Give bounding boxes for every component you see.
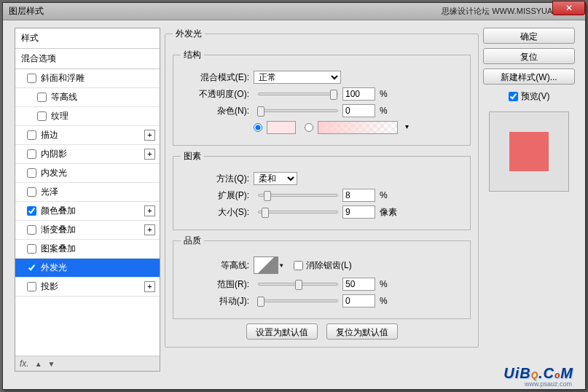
item-innershadow[interactable]: 内阴影+ xyxy=(15,145,160,164)
item-satin[interactable]: 光泽 xyxy=(15,183,160,202)
blendmode-select[interactable]: 正常 xyxy=(254,71,341,84)
innerglow-checkbox[interactable] xyxy=(27,168,36,178)
texture-checkbox[interactable] xyxy=(37,111,47,121)
spread-unit: % xyxy=(380,190,388,200)
chevron-down-icon[interactable]: ▾ xyxy=(280,262,283,269)
style-list: 样式 混合选项 斜面和浮雕 等高线 纹理 描边+ 内阴影+ 内发光 光泽 颜色叠… xyxy=(15,28,160,372)
move-down-icon[interactable]: ▼ xyxy=(48,360,55,368)
opacity-slider[interactable] xyxy=(258,93,338,95)
list-footer: fx. ▲ ▼ xyxy=(15,356,160,371)
gradientoverlay-checkbox[interactable] xyxy=(27,225,36,235)
reset-default-button[interactable]: 复位为默认值 xyxy=(326,324,398,340)
opacity-input[interactable] xyxy=(342,87,375,101)
slider-thumb[interactable] xyxy=(257,297,264,307)
color-radio[interactable] xyxy=(254,123,262,132)
outerglow-checkbox[interactable] xyxy=(27,263,36,273)
item-bevel[interactable]: 斜面和浮雕 xyxy=(15,69,160,88)
plus-icon[interactable]: + xyxy=(144,281,155,292)
size-input[interactable] xyxy=(342,205,375,219)
fx-menu[interactable]: fx. xyxy=(20,358,29,369)
antialias-label: 消除锯齿(L) xyxy=(306,259,352,272)
middle-panel: 外发光 结构 混合模式(E): 正常 不透明度(O): % 杂色(N): xyxy=(160,20,483,389)
slider-thumb[interactable] xyxy=(257,106,264,117)
gradient-swatch[interactable] xyxy=(318,121,398,134)
slider-thumb[interactable] xyxy=(264,191,271,201)
quality-group: 品质 等高线: ▾ 消除锯齿(L) 范围(R): % 抖动(J): xyxy=(173,235,471,319)
noise-unit: % xyxy=(380,106,388,116)
new-style-button[interactable]: 新建样式(W)... xyxy=(483,68,575,85)
spread-input[interactable] xyxy=(342,189,375,202)
make-default-button[interactable]: 设置为默认值 xyxy=(246,324,318,340)
coloroverlay-checkbox[interactable] xyxy=(27,206,36,216)
blendmode-label: 混合模式(E): xyxy=(181,71,254,84)
quality-legend: 品质 xyxy=(181,235,204,247)
left-panel: 样式 混合选项 斜面和浮雕 等高线 纹理 描边+ 内阴影+ 内发光 光泽 颜色叠… xyxy=(3,20,160,389)
slider-thumb[interactable] xyxy=(295,280,302,290)
cancel-button[interactable]: 复位 xyxy=(483,48,575,64)
patternoverlay-checkbox[interactable] xyxy=(27,244,36,254)
range-unit: % xyxy=(380,279,388,289)
content: 样式 混合选项 斜面和浮雕 等高线 纹理 描边+ 内阴影+ 内发光 光泽 颜色叠… xyxy=(3,20,585,389)
slider-thumb[interactable] xyxy=(262,208,269,218)
dropshadow-checkbox[interactable] xyxy=(27,282,36,291)
noise-slider[interactable] xyxy=(258,109,338,112)
plus-icon[interactable]: + xyxy=(144,205,155,216)
item-gradientoverlay[interactable]: 渐变叠加+ xyxy=(15,221,160,240)
size-unit: 像素 xyxy=(380,206,397,219)
titlebar[interactable]: 图层样式 思缘设计论坛 WWW.MISSYUAN.COM ✕ xyxy=(3,3,585,20)
preview-label: 预览(V) xyxy=(521,90,550,103)
preview-swatch xyxy=(509,132,549,171)
window-title: 图层样式 xyxy=(9,5,442,17)
blending-options[interactable]: 混合选项 xyxy=(15,49,160,69)
outerglow-legend: 外发光 xyxy=(173,28,205,40)
item-innerglow[interactable]: 内发光 xyxy=(15,164,160,183)
structure-legend: 结构 xyxy=(181,49,204,61)
color-swatch[interactable] xyxy=(267,121,296,134)
range-input[interactable] xyxy=(342,278,375,291)
watermark-sub: www.psauz.com xyxy=(525,380,572,388)
item-contour[interactable]: 等高线 xyxy=(15,88,160,107)
preview-checkbox[interactable] xyxy=(509,92,518,101)
contour-picker[interactable] xyxy=(254,256,278,274)
jitter-input[interactable] xyxy=(342,294,375,307)
contour-checkbox[interactable] xyxy=(37,93,47,102)
opacity-label: 不透明度(O): xyxy=(181,88,254,101)
plus-icon[interactable]: + xyxy=(144,130,155,141)
watermark: UiBQ.CoM xyxy=(503,365,573,382)
outerglow-group: 外发光 结构 混合模式(E): 正常 不透明度(O): % 杂色(N): xyxy=(165,28,479,348)
item-patternoverlay[interactable]: 图案叠加 xyxy=(15,240,160,259)
bevel-checkbox[interactable] xyxy=(27,74,36,83)
size-label: 大小(S): xyxy=(181,206,254,219)
size-slider[interactable] xyxy=(258,211,338,213)
ok-button[interactable]: 确定 xyxy=(483,28,575,44)
range-slider[interactable] xyxy=(258,283,338,286)
move-up-icon[interactable]: ▲ xyxy=(35,360,42,368)
spread-label: 扩展(P): xyxy=(181,189,254,202)
spread-slider[interactable] xyxy=(258,194,338,197)
elements-legend: 图素 xyxy=(181,150,204,162)
satin-checkbox[interactable] xyxy=(27,187,36,197)
technique-label: 方法(Q): xyxy=(181,173,254,185)
close-button[interactable]: ✕ xyxy=(552,1,585,15)
jitter-label: 抖动(J): xyxy=(181,295,254,307)
item-outerglow[interactable]: 外发光 xyxy=(15,259,160,278)
styles-header[interactable]: 样式 xyxy=(15,28,160,49)
item-texture[interactable]: 纹理 xyxy=(15,107,160,126)
noise-label: 杂色(N): xyxy=(181,105,254,117)
plus-icon[interactable]: + xyxy=(144,224,155,235)
item-coloroverlay[interactable]: 颜色叠加+ xyxy=(15,202,160,221)
noise-input[interactable] xyxy=(342,104,375,117)
stroke-checkbox[interactable] xyxy=(27,130,36,140)
right-panel: 确定 复位 新建样式(W)... 预览(V) xyxy=(483,20,585,389)
gradient-radio[interactable] xyxy=(305,123,313,132)
layer-style-dialog: 图层样式 思缘设计论坛 WWW.MISSYUAN.COM ✕ 样式 混合选项 斜… xyxy=(2,2,586,390)
technique-select[interactable]: 柔和 xyxy=(254,172,297,185)
item-stroke[interactable]: 描边+ xyxy=(15,126,160,145)
antialias-checkbox[interactable] xyxy=(294,261,303,270)
opacity-unit: % xyxy=(380,89,388,99)
item-dropshadow[interactable]: 投影+ xyxy=(15,278,160,297)
innershadow-checkbox[interactable] xyxy=(27,149,36,159)
slider-thumb[interactable] xyxy=(330,90,337,100)
jitter-slider[interactable] xyxy=(258,299,338,302)
plus-icon[interactable]: + xyxy=(144,149,155,160)
